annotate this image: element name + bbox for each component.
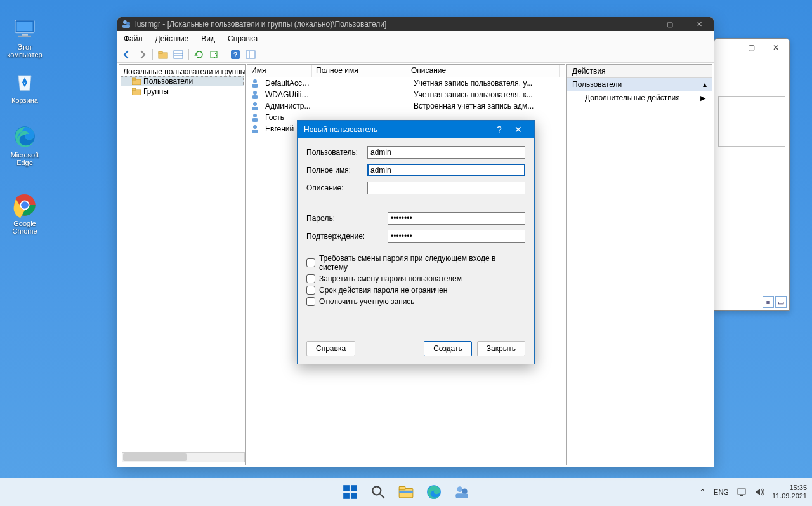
col-name-header[interactable]: Имя bbox=[247, 65, 312, 77]
list-row[interactable]: Администр...Встроенная учетная запись ад… bbox=[247, 100, 565, 112]
close-button[interactable]: Закрыть bbox=[477, 341, 525, 356]
tree-root[interactable]: Локальные пользователи и группы bbox=[121, 67, 244, 76]
create-button[interactable]: Создать bbox=[424, 341, 472, 356]
confirm-input[interactable] bbox=[388, 230, 525, 243]
svg-point-48 bbox=[462, 489, 468, 495]
action-more[interactable]: Дополнительные действия ▶ bbox=[567, 91, 712, 105]
dialog-titlebar[interactable]: Новый пользователь ? ✕ bbox=[298, 121, 534, 138]
user-label: Пользователь: bbox=[306, 148, 367, 157]
view-list-icon[interactable]: ≡ bbox=[763, 296, 774, 308]
refresh-icon[interactable] bbox=[192, 48, 206, 61]
desktop-icon-chrome[interactable]: Google Chrome bbox=[1, 192, 48, 235]
export-icon[interactable] bbox=[207, 48, 221, 61]
svg-rect-10 bbox=[122, 25, 130, 28]
properties-icon[interactable] bbox=[171, 48, 185, 61]
background-window[interactable]: — ▢ ✕ ≡ ▭ bbox=[714, 38, 790, 311]
svg-rect-50 bbox=[738, 488, 745, 495]
tray-chevron-icon[interactable]: ⌃ bbox=[699, 488, 706, 497]
password-input[interactable] bbox=[388, 212, 525, 225]
window-title: lusrmgr - [Локальные пользователи и груп… bbox=[135, 20, 386, 29]
horizontal-scrollbar[interactable] bbox=[122, 452, 245, 462]
clock-time: 15:35 bbox=[772, 484, 807, 492]
view-details-icon[interactable]: ▭ bbox=[775, 296, 787, 308]
window-titlebar[interactable]: lusrmgr - [Локальные пользователи и груп… bbox=[117, 17, 714, 31]
chevron-right-icon: ▶ bbox=[700, 94, 705, 102]
check-never-expires[interactable]: Срок действия пароля не ограничен bbox=[306, 286, 525, 295]
action-more-label: Дополнительные действия bbox=[585, 93, 680, 102]
col-description-header[interactable]: Описание bbox=[407, 65, 560, 77]
check-label: Срок действия пароля не ограничен bbox=[319, 286, 447, 295]
cell-name: WDAGUtility... bbox=[261, 90, 315, 99]
svg-rect-2 bbox=[22, 34, 28, 36]
check-label: Требовать смены пароля при следующем вхо… bbox=[319, 254, 525, 272]
check-disabled[interactable]: Отключить учетную запись bbox=[306, 297, 525, 306]
user-input[interactable] bbox=[367, 146, 525, 159]
help-button[interactable]: Справка bbox=[306, 341, 355, 356]
svg-rect-37 bbox=[343, 485, 350, 491]
svg-point-31 bbox=[253, 102, 257, 106]
password-label: Пароль: bbox=[306, 214, 388, 223]
new-user-dialog: Новый пользователь ? ✕ Пользователь: Пол… bbox=[297, 120, 535, 364]
forward-button[interactable] bbox=[135, 48, 149, 61]
taskbar-clock[interactable]: 15:35 11.09.2021 bbox=[772, 484, 807, 500]
edge-taskbar-icon[interactable] bbox=[426, 484, 442, 500]
search-icon[interactable] bbox=[370, 484, 386, 500]
menu-view[interactable]: Вид bbox=[195, 34, 221, 43]
lang-indicator[interactable]: ENG bbox=[714, 488, 729, 496]
desktop-icon-edge[interactable]: Microsoft Edge bbox=[1, 123, 48, 166]
svg-rect-38 bbox=[351, 485, 357, 491]
desktop-icon-label: Microsoft Edge bbox=[11, 151, 39, 166]
list-row[interactable]: WDAGUtility...Учетная запись пользовател… bbox=[247, 89, 565, 100]
maximize-button[interactable]: ▢ bbox=[739, 39, 763, 56]
list-view-icon[interactable] bbox=[244, 48, 258, 61]
help-icon[interactable]: ? bbox=[228, 48, 242, 61]
maximize-button[interactable]: ▢ bbox=[655, 17, 684, 31]
minimize-button[interactable]: — bbox=[626, 17, 655, 31]
menu-help[interactable]: Справка bbox=[221, 34, 264, 43]
svg-rect-30 bbox=[252, 95, 258, 99]
svg-point-33 bbox=[253, 114, 257, 117]
desktop-icon-this-pc[interactable]: Этот компьютер bbox=[1, 15, 48, 58]
menu-file[interactable]: Файл bbox=[117, 34, 149, 43]
cell-description: Учетная запись пользователя, у... bbox=[410, 79, 562, 88]
tree-item-label: Пользователи bbox=[143, 77, 193, 86]
close-button[interactable]: ✕ bbox=[684, 17, 714, 31]
dialog-close-button[interactable]: ✕ bbox=[509, 124, 528, 135]
svg-line-42 bbox=[380, 494, 384, 498]
network-icon[interactable] bbox=[737, 487, 747, 497]
volume-icon[interactable] bbox=[754, 487, 764, 497]
svg-rect-26 bbox=[132, 88, 136, 90]
collapse-icon: ▴ bbox=[703, 80, 707, 89]
col-fullname-header[interactable]: Полное имя bbox=[312, 65, 407, 77]
tree-item-groups[interactable]: Группы bbox=[121, 86, 244, 97]
fullname-input[interactable] bbox=[367, 164, 525, 176]
lusrmgr-taskbar-icon[interactable] bbox=[454, 484, 470, 500]
this-pc-icon bbox=[11, 15, 38, 42]
up-folder-icon[interactable] bbox=[156, 48, 170, 61]
svg-rect-1 bbox=[17, 22, 33, 31]
dialog-help-button[interactable]: ? bbox=[490, 124, 509, 135]
back-button[interactable] bbox=[120, 48, 134, 61]
check-require-change[interactable]: Требовать смены пароля при следующем вхо… bbox=[306, 254, 525, 272]
folder-icon bbox=[132, 77, 141, 85]
tree-item-users[interactable]: Пользователи bbox=[121, 76, 244, 86]
svg-rect-13 bbox=[174, 51, 183, 58]
close-button[interactable]: ✕ bbox=[764, 39, 788, 56]
cell-name: Администр... bbox=[261, 102, 315, 110]
list-header: Имя Полное имя Описание bbox=[247, 65, 565, 77]
check-cannot-change[interactable]: Запретить смену пароля пользователем bbox=[306, 274, 525, 283]
checkbox-icon bbox=[306, 286, 315, 295]
list-row[interactable]: DefaultAcco...Учетная запись пользовател… bbox=[247, 77, 565, 89]
actions-section-users[interactable]: Пользователи ▴ bbox=[567, 78, 712, 91]
app-icon bbox=[121, 19, 131, 29]
start-button[interactable] bbox=[342, 484, 358, 500]
minimize-button[interactable]: — bbox=[714, 39, 738, 56]
explorer-icon[interactable] bbox=[398, 484, 414, 500]
description-input[interactable] bbox=[367, 182, 525, 194]
cell-description: Учетная запись пользователя, к... bbox=[410, 90, 562, 99]
confirm-label: Подтверждение: bbox=[306, 232, 388, 241]
menu-action[interactable]: Действие bbox=[149, 34, 195, 43]
user-icon bbox=[250, 90, 260, 100]
desktop-icon-recycle-bin[interactable]: Корзина bbox=[1, 69, 48, 104]
actions-pane: Действия Пользователи ▴ Дополнительные д… bbox=[566, 64, 712, 465]
